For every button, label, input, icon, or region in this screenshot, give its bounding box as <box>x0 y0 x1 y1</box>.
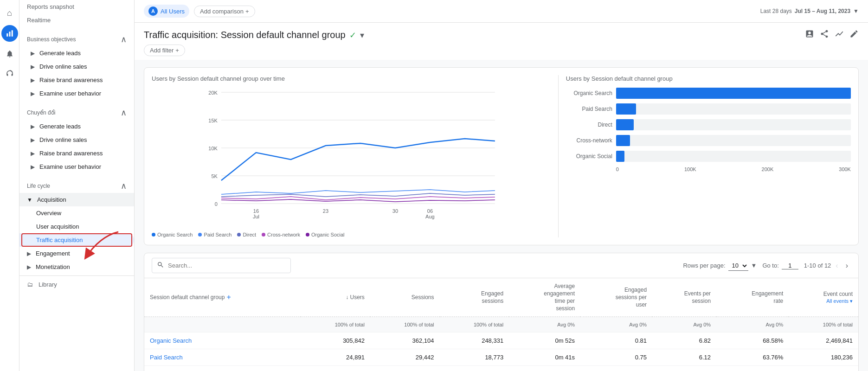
svg-rect-0 <box>6 33 8 37</box>
col-header-channel[interactable]: Session default channel group + <box>144 278 301 317</box>
arrow-icon: ▶ <box>31 90 35 97</box>
user-chip[interactable]: A All Users <box>144 5 189 18</box>
table-section: Rows per page: 10 25 50 ▼ Go to: 1-10 o <box>144 253 859 371</box>
col-header-users[interactable]: ↓ Users <box>301 278 370 317</box>
prev-page-button[interactable]: ‹ <box>833 261 841 271</box>
top-bar-left: A All Users Add comparison + <box>144 5 255 18</box>
all-users-label: All Users <box>161 8 185 15</box>
cell-events-per-1: 6.82 <box>652 333 716 349</box>
section-chuyen-doi[interactable]: Chuyển đổi ∧ <box>19 100 134 120</box>
bar-chart-title: Users by Session default channel group <box>566 75 851 82</box>
bar-track-cross <box>616 135 851 146</box>
col-header-engaged-sessions[interactable]: Engaged sessions <box>440 278 509 317</box>
sidebar-reports-snapshot[interactable]: Reports snapshot <box>19 0 134 13</box>
sidebar-item-monetization[interactable]: ▶ Monetization <box>19 260 134 274</box>
top-bar-right: Last 28 days Jul 15 – Aug 11, 2023 ▼ <box>760 8 859 14</box>
sidebar-item-examine-behavior-1[interactable]: ▶ Examine user behavior <box>19 87 134 100</box>
table-row: Organic Search 305,842 362,104 248,331 0… <box>144 333 858 349</box>
cell-channel-1[interactable]: Organic Search <box>144 333 301 349</box>
sidebar-item-generate-leads-2[interactable]: ▶ Generate leads <box>19 120 134 133</box>
rows-per-page-select[interactable]: 10 25 50 <box>728 261 748 271</box>
trend-icon[interactable] <box>835 29 844 41</box>
cell-channel-3[interactable]: Direct <box>144 366 301 371</box>
search-input[interactable] <box>168 262 286 269</box>
home-icon-btn[interactable]: ⌂ <box>1 5 18 21</box>
sidebar-divider <box>19 275 134 276</box>
cell-events-per-3: 5.94 <box>652 366 716 371</box>
svg-text:0: 0 <box>215 201 218 207</box>
cell-avg-time-2: 0m 41s <box>509 349 580 366</box>
sidebar-item-generate-leads-1[interactable]: ▶ Generate leads <box>19 46 134 60</box>
cell-engaged-2: 18,773 <box>440 349 509 366</box>
date-dropdown-icon[interactable]: ▼ <box>853 8 859 14</box>
col-header-eng-rate[interactable]: Engagement rate <box>716 278 789 317</box>
top-bar: A All Users Add comparison + Last 28 day… <box>135 0 868 23</box>
bar-fill-cross <box>616 135 630 146</box>
line-chart-title: Users by Session default channel group o… <box>152 75 551 82</box>
sidebar-item-overview[interactable]: Overview <box>19 206 134 220</box>
search-box[interactable] <box>152 258 291 273</box>
sidebar-item-examine-behavior-2[interactable]: ▶ Examine user behavior <box>19 160 134 173</box>
sidebar-item-drive-online-sales-1[interactable]: ▶ Drive online sales <box>19 60 134 73</box>
sidebar-realtime[interactable]: Realtime <box>19 13 134 27</box>
col-channel-add-icon[interactable]: + <box>226 293 231 301</box>
sidebar-item-raise-brand-2[interactable]: ▶ Raise brand awareness <box>19 147 134 160</box>
svg-rect-2 <box>11 30 13 37</box>
chart-icon-btn[interactable] <box>1 25 18 42</box>
bar-row-cross-network: Cross-network <box>566 135 851 146</box>
sidebar-item-library[interactable]: 🗂 Library <box>19 278 134 291</box>
arrow-icon: ▶ <box>31 50 35 57</box>
col-header-events-per[interactable]: Events per session <box>652 278 716 317</box>
bar-row-paid-search: Paid Search <box>566 103 851 115</box>
add-comparison-button[interactable]: Add comparison + <box>194 6 255 17</box>
data-table: Session default channel group + ↓ Users … <box>144 278 858 371</box>
headset-icon-btn[interactable] <box>1 66 18 83</box>
bar-label-social: Organic Social <box>566 153 612 160</box>
bar-x-axis: 0 100K 200K 300K <box>616 166 851 172</box>
cell-sessions-1: 362,104 <box>370 333 440 349</box>
bar-track-social <box>616 151 851 162</box>
sidebar-item-acquisition[interactable]: ▼ Acquisition <box>19 193 134 206</box>
sidebar: Reports snapshot Realtime Business objec… <box>19 0 135 371</box>
bar-fill-social <box>616 151 624 162</box>
svg-text:15K: 15K <box>208 118 218 123</box>
bar-row-organic-search: Organic Search <box>566 88 851 99</box>
share-icon[interactable] <box>820 29 829 41</box>
charts-row: Users by Session default channel group o… <box>144 67 859 245</box>
page-title: Traffic acquisition: Session default cha… <box>144 30 364 40</box>
icon-bar: ⌂ <box>0 0 19 371</box>
cell-users-1: 305,842 <box>301 333 370 349</box>
add-filter-button[interactable]: Add filter + <box>144 45 185 56</box>
sidebar-item-engagement[interactable]: ▶ Engagement <box>19 247 134 260</box>
col-header-avg-time[interactable]: Average engagement time per session <box>509 278 580 317</box>
arrow-down-icon: ▼ <box>27 197 32 203</box>
chevron-business-icon: ∧ <box>121 34 127 45</box>
col-header-sessions[interactable]: Sessions <box>370 278 440 317</box>
chart-legend: Organic Search Paid Search Direct Cross-… <box>152 232 551 237</box>
goto-page-input[interactable] <box>782 262 798 269</box>
cell-eng-rate-3: 63.27% <box>716 366 789 371</box>
library-icon: 🗂 <box>27 281 33 288</box>
page-title-text: Traffic acquisition: Session default cha… <box>144 30 346 40</box>
svg-text:Aug: Aug <box>425 214 435 219</box>
title-dropdown-icon[interactable]: ▾ <box>360 30 364 40</box>
sidebar-item-raise-brand-1[interactable]: ▶ Raise brand awareness <box>19 73 134 87</box>
pencil-icon[interactable] <box>849 29 859 41</box>
col-header-eng-per-user[interactable]: Engaged sessions per user <box>580 278 652 317</box>
col-header-event-count[interactable]: Event count All events ▾ <box>789 278 858 317</box>
sidebar-item-traffic-acquisition[interactable]: Traffic acquisition <box>19 233 134 247</box>
cell-sessions-3: 25,661 <box>370 366 440 371</box>
content-area: Users by Session default channel group o… <box>135 60 868 371</box>
section-lifecycle[interactable]: Life cycle ∧ <box>19 173 134 193</box>
note-icon[interactable] <box>805 29 814 41</box>
legend-organic-social: Organic Social <box>306 232 345 237</box>
bell-icon-btn[interactable] <box>1 45 18 62</box>
sidebar-item-drive-online-sales-2[interactable]: ▶ Drive online sales <box>19 133 134 147</box>
cell-eng-rate-1: 68.58% <box>716 333 789 349</box>
next-page-button[interactable]: › <box>843 261 851 271</box>
col-channel-label: Session default channel group <box>150 294 225 301</box>
sidebar-item-user-acquisition[interactable]: User acquisition <box>19 220 134 233</box>
rows-per-page-control: Rows per page: 10 25 50 ▼ <box>683 261 757 271</box>
cell-channel-2[interactable]: Paid Search <box>144 349 301 366</box>
section-business-objectives[interactable]: Business objectives ∧ <box>19 27 134 46</box>
